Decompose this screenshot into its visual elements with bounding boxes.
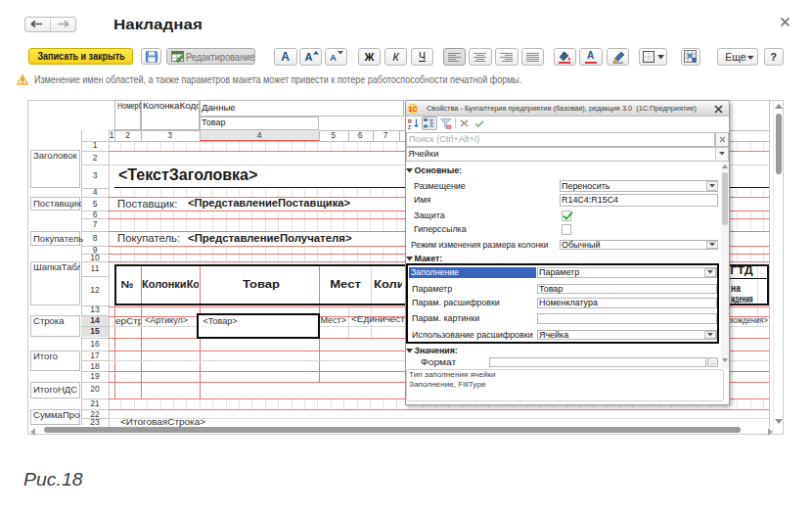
svg-text:Z: Z [408,124,411,130]
svg-text:1C: 1C [409,105,418,112]
